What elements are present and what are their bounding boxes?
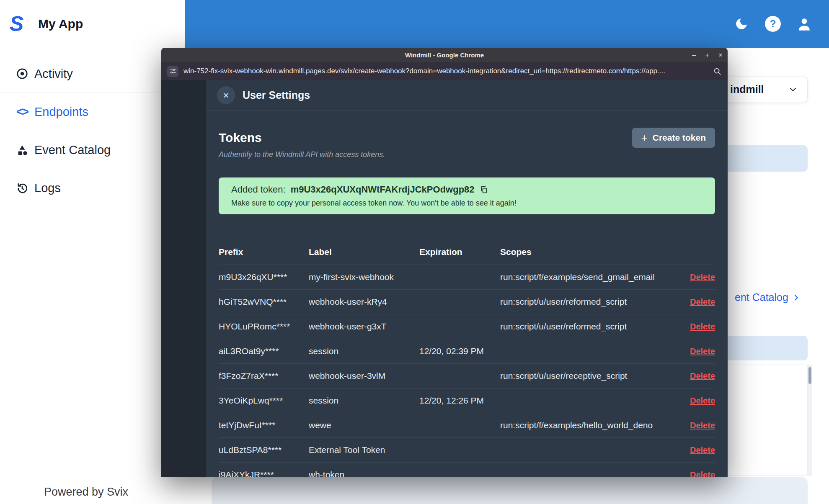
close-button[interactable]: × <box>718 51 723 59</box>
delete-cell: Delete <box>677 297 715 307</box>
delete-cell: Delete <box>677 420 715 430</box>
token-label: session <box>309 346 419 356</box>
token-prefix: 3YeOiKpLwq**** <box>219 396 309 406</box>
dark-mode-moon-icon[interactable] <box>733 15 750 32</box>
token-prefix: tetYjDwFuI**** <box>219 420 309 430</box>
event-catalog-link[interactable]: ent Catalog <box>735 291 801 303</box>
delete-cell: Delete <box>677 272 715 282</box>
copy-icon[interactable] <box>480 185 488 194</box>
table-row: HYOLuPRomc****webhook-user-g3xTrun:scrip… <box>219 314 715 339</box>
col-header-label: Label <box>309 247 419 257</box>
address-bar[interactable]: win-752-fix-svix-webhook-win.windmill.pa… <box>161 62 728 80</box>
token-label: my-first-svix-webhook <box>309 272 419 282</box>
close-icon[interactable]: × <box>217 86 235 104</box>
col-header-expiration: Expiration <box>419 247 500 257</box>
token-label: wewe <box>309 420 419 430</box>
token-scopes: run:script/f/examples/hello_world_deno <box>500 420 677 430</box>
powered-by-svix: Powered by Svix <box>44 486 128 499</box>
sidebar-item-event-catalog[interactable]: Event Catalog <box>0 131 185 169</box>
help-icon[interactable]: ? <box>764 15 781 32</box>
token-prefix: i9AjXYkJR**** <box>219 470 309 477</box>
window-controls: – + × <box>692 48 723 62</box>
sidebar-nav: Activity <> Endpoints Event Catalog Logs <box>0 55 185 207</box>
delete-token-link[interactable]: Delete <box>690 421 715 430</box>
token-prefix: f3FzoZ7raX**** <box>219 371 309 381</box>
modal-overlay <box>161 80 206 477</box>
window-content: × User Settings Tokens + Create token Au… <box>161 80 728 477</box>
delete-cell: Delete <box>677 396 715 406</box>
minimize-button[interactable]: – <box>692 51 696 59</box>
tokens-heading: Tokens <box>219 131 262 145</box>
alert-label: Added token: <box>231 184 286 195</box>
delete-token-link[interactable]: Delete <box>690 445 715 455</box>
token-expiration: 12/20, 12:26 PM <box>419 396 500 406</box>
table-row: i9AjXYkJR****wh-tokenDelete <box>219 462 715 477</box>
token-expiration: 12/20, 02:39 PM <box>419 346 500 356</box>
token-label: External Tool Token <box>309 445 419 455</box>
question-mark-glyph: ? <box>765 16 781 32</box>
app-logo-row[interactable]: S My App <box>0 0 185 48</box>
delete-token-link[interactable]: Delete <box>690 347 715 356</box>
sidebar-item-label: Event Catalog <box>34 143 111 157</box>
table-row: tetYjDwFuI****wewerun:script/f/examples/… <box>219 413 715 437</box>
tokens-table-body: m9U3x26qXU****my-first-svix-webhookrun:s… <box>219 265 715 477</box>
drawer-title: User Settings <box>243 89 310 101</box>
app-topbar: ? <box>185 0 829 48</box>
url-text[interactable]: win-752-fix-svix-webhook-win.windmill.pa… <box>183 67 708 75</box>
token-label: webhook-user-kRy4 <box>309 297 419 307</box>
sidebar-item-activity[interactable]: Activity <box>0 55 185 93</box>
tokens-table: Prefix Label Expiration Scopes m9U3x26qX… <box>219 241 715 477</box>
drawer-header: × User Settings <box>206 80 728 111</box>
tokens-subtitle: Authentify to the Windmill API with acce… <box>219 150 715 159</box>
delete-token-link[interactable]: Delete <box>690 322 715 331</box>
event-catalog-link-label: ent Catalog <box>735 291 788 303</box>
col-header-prefix: Prefix <box>219 247 309 257</box>
delete-token-link[interactable]: Delete <box>690 470 715 477</box>
chevron-down-icon <box>788 85 798 95</box>
activity-icon <box>15 67 29 81</box>
sidebar-item-logs[interactable]: Logs <box>0 169 185 207</box>
drawer-body: Tokens + Create token Authentify to the … <box>206 128 728 477</box>
sidebar-item-label: Activity <box>34 67 73 81</box>
token-scopes: run:script/u/user/reformed_script <box>500 321 677 332</box>
token-scopes: run:script/u/user/receptive_script <box>500 371 677 381</box>
workspace-dropdown-label: indmill <box>730 83 764 95</box>
app-title: My App <box>38 17 83 31</box>
token-prefix: hGiT52wVNQ**** <box>219 297 309 307</box>
table-row: f3FzoZ7raX****webhook-user-3vlMrun:scrip… <box>219 363 715 388</box>
chevron-right-icon <box>792 293 801 302</box>
plus-icon: + <box>641 132 648 143</box>
page-scrollbar[interactable] <box>808 365 812 476</box>
maximize-button[interactable]: + <box>705 51 709 59</box>
col-header-scopes: Scopes <box>500 247 677 257</box>
token-prefix: uLdBztSPA8**** <box>219 445 309 455</box>
delete-token-link[interactable]: Delete <box>690 297 715 306</box>
create-token-button[interactable]: + Create token <box>632 128 715 148</box>
delete-token-link[interactable]: Delete <box>690 273 715 282</box>
delete-token-link[interactable]: Delete <box>690 396 715 405</box>
sidebar-item-endpoints[interactable]: <> Endpoints <box>0 93 185 131</box>
scrollbar-thumb[interactable] <box>808 367 811 384</box>
create-token-label: Create token <box>653 133 706 143</box>
endpoints-code-icon: <> <box>15 105 29 119</box>
user-icon[interactable] <box>796 15 813 32</box>
delete-cell: Delete <box>677 371 715 381</box>
window-titlebar[interactable]: Windmill - Google Chrome – + × <box>161 48 728 62</box>
token-label: session <box>309 396 419 406</box>
site-settings-icon[interactable] <box>167 66 178 77</box>
sidebar-item-label: Logs <box>34 181 61 195</box>
alert-note: Make sure to copy your personal access t… <box>231 199 702 208</box>
sidebar-item-label: Endpoints <box>34 105 88 119</box>
svg-text:S: S <box>10 12 24 36</box>
token-label: wh-token <box>309 470 419 477</box>
delete-token-link[interactable]: Delete <box>690 371 715 381</box>
token-label: webhook-user-3vlM <box>309 371 419 381</box>
delete-cell: Delete <box>677 470 715 477</box>
app-sidebar: S My App Activity <> Endpoints Event Cat… <box>0 0 185 504</box>
delete-cell: Delete <box>677 346 715 356</box>
window-title: Windmill - Google Chrome <box>405 51 484 59</box>
history-clock-icon <box>15 181 29 195</box>
search-icon[interactable] <box>713 67 722 76</box>
table-row: uLdBztSPA8****External Tool TokenDelete <box>219 437 715 462</box>
table-row: aiL3ROat9y****session12/20, 02:39 PMDele… <box>219 339 715 363</box>
